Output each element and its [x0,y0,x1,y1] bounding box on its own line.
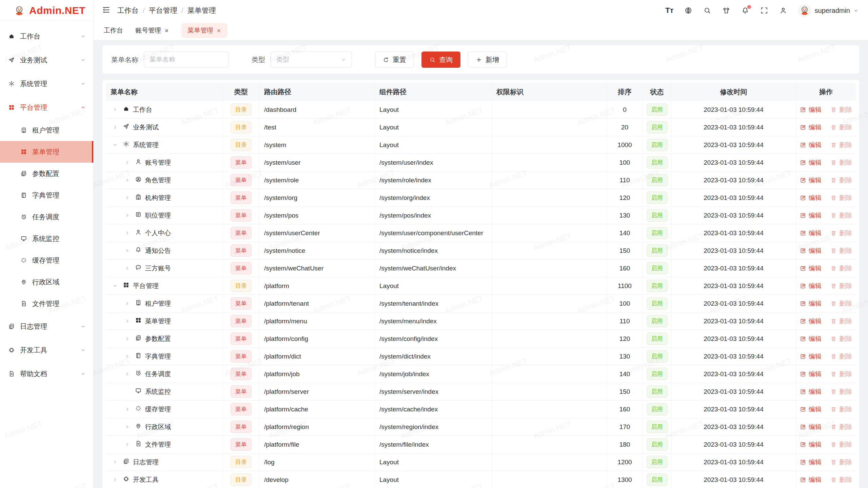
expand-row-icon[interactable] [111,105,119,114]
edit-button[interactable]: 编辑 [800,317,822,326]
add-button[interactable]: 新增 [468,52,507,68]
delete-button[interactable]: 删除 [830,423,852,431]
menu-name-input[interactable] [144,52,229,68]
expand-row-icon[interactable] [123,211,132,220]
delete-button[interactable]: 删除 [830,176,852,185]
delete-button[interactable]: 删除 [830,370,852,379]
expand-row-icon[interactable] [123,317,132,326]
edit-button[interactable]: 编辑 [800,141,822,149]
edit-button[interactable]: 编辑 [800,423,822,431]
sidebar-item-system[interactable]: 系统管理 [0,72,93,96]
edit-button[interactable]: 编辑 [800,458,822,467]
font-size-icon[interactable]: Tт [665,7,673,14]
expand-row-icon[interactable] [123,334,132,343]
sidebar-item-doc[interactable]: 帮助文档 [0,362,93,386]
notification-bell-icon[interactable] [741,6,749,15]
sidebar-collapse-icon[interactable] [102,5,111,16]
delete-button[interactable]: 删除 [830,194,852,202]
delete-button[interactable]: 删除 [830,334,852,343]
delete-button[interactable]: 删除 [830,246,852,255]
sidebar-item-cache[interactable]: 缓存管理 [0,249,93,271]
delete-button[interactable]: 删除 [830,317,852,326]
delete-button[interactable]: 删除 [830,211,852,220]
expand-collapse-icon[interactable] [111,141,119,149]
expand-row-icon[interactable] [123,299,132,308]
edit-button[interactable]: 编辑 [800,370,822,379]
edit-button[interactable]: 编辑 [800,282,822,290]
edit-button[interactable]: 编辑 [800,176,822,185]
edit-button[interactable]: 编辑 [800,475,822,484]
delete-button[interactable]: 删除 [830,387,852,396]
tab-账号管理[interactable]: 账号管理 [135,26,169,35]
delete-button[interactable]: 删除 [830,158,852,167]
delete-button[interactable]: 删除 [830,458,852,467]
expand-row-icon[interactable] [123,423,132,431]
delete-button[interactable]: 删除 [830,352,852,361]
tab-菜单管理[interactable]: 菜单管理 [181,23,228,38]
edit-button[interactable]: 编辑 [800,211,822,220]
delete-button[interactable]: 删除 [830,229,852,238]
theme-icon[interactable] [722,6,730,15]
reset-button[interactable]: 重置 [375,52,414,68]
edit-button[interactable]: 编辑 [800,123,822,132]
sidebar-item-server[interactable]: 系统监控 [0,228,93,249]
delete-button[interactable]: 删除 [830,141,852,149]
expand-collapse-icon[interactable] [111,282,119,290]
expand-row-icon[interactable] [123,194,132,202]
breadcrumb-item[interactable]: 工作台 [117,6,139,15]
edit-button[interactable]: 编辑 [800,158,822,167]
sidebar-item-workbench[interactable]: 工作台 [0,24,93,48]
expand-row-icon[interactable] [111,458,119,467]
sidebar-item-config[interactable]: 参数配置 [0,163,93,184]
edit-button[interactable]: 编辑 [800,387,822,396]
type-select[interactable]: 类型 [271,52,352,68]
sidebar-item-tenant[interactable]: 租户管理 [0,119,93,141]
expand-row-icon[interactable] [123,352,132,361]
profile-icon[interactable] [779,6,787,15]
language-icon[interactable] [684,6,692,15]
delete-button[interactable]: 删除 [830,282,852,290]
edit-button[interactable]: 编辑 [800,405,822,414]
tab-工作台[interactable]: 工作台 [104,26,123,35]
breadcrumb-item[interactable]: 平台管理 [149,6,177,15]
expand-row-icon[interactable] [123,246,132,255]
search-icon[interactable] [703,6,711,15]
delete-button[interactable]: 删除 [830,405,852,414]
sidebar-item-platform[interactable]: 平台管理 [0,96,93,119]
delete-button[interactable]: 删除 [830,105,852,114]
sidebar-item-file[interactable]: 文件管理 [0,293,93,314]
expand-row-icon[interactable] [111,123,119,132]
edit-button[interactable]: 编辑 [800,229,822,238]
edit-button[interactable]: 编辑 [800,264,822,273]
expand-row-icon[interactable] [123,370,132,379]
expand-row-icon[interactable] [123,229,132,238]
edit-button[interactable]: 编辑 [800,334,822,343]
edit-button[interactable]: 编辑 [800,246,822,255]
user-menu[interactable]: superadmin [798,4,859,17]
sidebar-item-region[interactable]: 行政区域 [0,271,93,293]
edit-button[interactable]: 编辑 [800,194,822,202]
edit-button[interactable]: 编辑 [800,299,822,308]
sidebar-item-job[interactable]: 任务调度 [0,206,93,228]
sidebar-item-dict[interactable]: 字典管理 [0,184,93,206]
fullscreen-icon[interactable] [760,6,768,15]
sidebar-item-develop[interactable]: 开发工具 [0,338,93,362]
expand-row-icon[interactable] [123,440,132,449]
delete-button[interactable]: 删除 [830,299,852,308]
sidebar-item-menu[interactable]: 菜单管理 [0,141,93,163]
edit-button[interactable]: 编辑 [800,105,822,114]
delete-button[interactable]: 删除 [830,123,852,132]
expand-row-icon[interactable] [123,264,132,273]
expand-row-icon[interactable] [123,158,132,167]
delete-button[interactable]: 删除 [830,475,852,484]
expand-row-icon[interactable] [111,475,119,484]
delete-button[interactable]: 删除 [830,440,852,449]
edit-button[interactable]: 编辑 [800,352,822,361]
expand-row-icon[interactable] [123,176,132,185]
sidebar-item-log[interactable]: 日志管理 [0,314,93,338]
breadcrumb-item[interactable]: 菜单管理 [188,6,216,15]
edit-button[interactable]: 编辑 [800,440,822,449]
delete-button[interactable]: 删除 [830,264,852,273]
search-button[interactable]: 查询 [421,52,460,68]
sidebar-item-test[interactable]: 业务测试 [0,48,93,72]
